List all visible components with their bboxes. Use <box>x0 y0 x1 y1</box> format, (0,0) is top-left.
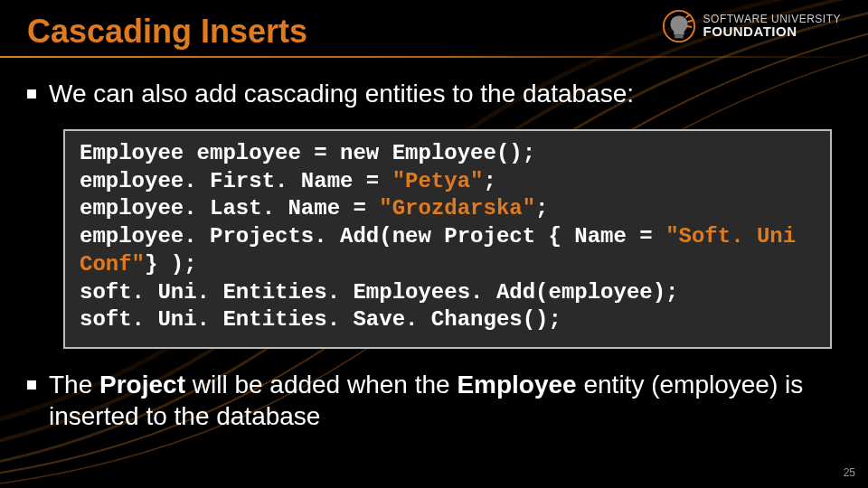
logo-text: SOFTWARE UNIVERSITY FOUNDATION <box>703 14 841 39</box>
code-frag: } ); <box>145 252 197 277</box>
bold-project: Project <box>99 371 185 399</box>
text-frag: The <box>49 371 99 399</box>
code-frag: employee. Projects. Add( <box>80 224 392 249</box>
bullet-square-icon <box>27 380 36 389</box>
text-frag: will be added when the <box>185 371 457 399</box>
code-frag: Employee(); <box>379 141 535 165</box>
code-frag: new <box>340 141 379 165</box>
code-string: "Grozdarska" <box>379 196 535 221</box>
softuni-logo: SOFTWARE UNIVERSITY FOUNDATION <box>662 9 841 43</box>
code-frag: ; <box>483 169 495 193</box>
bold-employee: Employee <box>457 371 576 399</box>
slide-content: We can also add cascading entities to th… <box>0 58 868 432</box>
logo-line2: FOUNDATION <box>703 24 841 39</box>
code-frag: Project { Name = <box>431 224 665 249</box>
bullet-1-text: We can also add cascading entities to th… <box>49 78 841 109</box>
slide-title: Cascading Inserts <box>27 13 307 51</box>
code-frag: employee. First. Name = <box>80 169 392 193</box>
code-block: Employee employee = new Employee(); empl… <box>63 129 832 349</box>
bullet-2-text: The Project will be added when the Emplo… <box>49 369 841 432</box>
code-frag: soft. Uni. Entities. Employees. Add(empl… <box>80 280 679 305</box>
code-frag: Employee employee = <box>80 141 340 165</box>
svg-rect-1 <box>675 35 684 39</box>
code-frag: employee. Last. Name = <box>80 196 379 221</box>
lightbulb-icon <box>662 9 696 43</box>
page-number: 25 <box>844 466 855 479</box>
slide-header: Cascading Inserts SOFTWARE UNIVERSITY FO… <box>0 0 868 58</box>
bullet-2: The Project will be added when the Emplo… <box>27 369 841 432</box>
bullet-1: We can also add cascading entities to th… <box>27 78 841 109</box>
code-frag: new <box>392 224 431 249</box>
code-string: "Petya" <box>392 169 484 193</box>
code-frag: soft. Uni. Entities. Save. Changes(); <box>80 307 561 332</box>
bullet-square-icon <box>27 89 36 99</box>
code-frag: ; <box>535 196 548 221</box>
